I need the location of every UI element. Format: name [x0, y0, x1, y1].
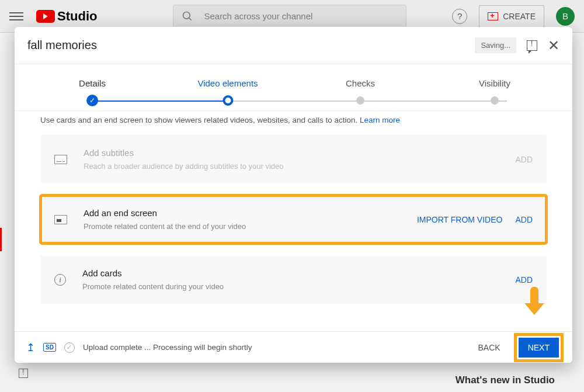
sd-badge: SD [43, 343, 56, 352]
dialog-content: Use cards and an end screen to show view… [15, 111, 572, 331]
avatar[interactable]: B [556, 7, 575, 26]
endscreen-title: Add an end screen [84, 208, 401, 218]
subtitle-icon [54, 155, 67, 164]
step-checks[interactable]: Checks [346, 78, 375, 105]
step-video-elements[interactable]: Video elements [197, 78, 258, 106]
tutorial-arrow-icon [524, 287, 544, 316]
svg-line-1 [189, 18, 192, 20]
addcards-card: i Add cards Promote related content duri… [40, 255, 547, 304]
saving-badge: Saving... [475, 37, 516, 53]
subtitles-card: Add subtitles Reach a broader audience b… [40, 135, 547, 183]
info-icon: i [54, 274, 66, 286]
youtube-studio-logo[interactable]: Studio [36, 9, 97, 24]
endscreen-card: Add an end screen Promote related conten… [40, 195, 547, 244]
dialog-header: fall memories Saving... ✕ [15, 27, 572, 64]
search-icon [182, 11, 193, 22]
addcards-add-button[interactable]: ADD [515, 275, 533, 285]
stepper: Details✓ Video elements Checks Visibilit… [15, 64, 572, 111]
create-button[interactable]: CREATE [479, 5, 544, 27]
intro-text: Use cards and an end screen to show view… [40, 116, 547, 124]
svg-point-0 [183, 12, 190, 19]
create-label: CREATE [503, 12, 536, 21]
back-button[interactable]: BACK [471, 338, 507, 357]
search-input[interactable]: Search across your channel [173, 5, 406, 28]
sidebar-active-indicator [0, 228, 2, 251]
addcards-sub: Promote related content during your vide… [82, 282, 499, 291]
step-details[interactable]: Details✓ [79, 78, 106, 106]
close-icon[interactable]: ✕ [548, 37, 559, 54]
logo-text: Studio [57, 9, 97, 24]
import-from-video-button[interactable]: IMPORT FROM VIDEO [417, 215, 503, 224]
hamburger-menu-icon[interactable] [9, 9, 23, 23]
whats-new-heading: What's new in Studio [456, 374, 555, 386]
search-placeholder: Search across your channel [204, 11, 312, 21]
endscreen-sub: Promote related content at the end of yo… [84, 222, 401, 231]
feedback-icon[interactable] [527, 40, 537, 51]
dialog-title: fall memories [27, 39, 97, 52]
next-button[interactable]: NEXT [519, 338, 559, 358]
help-icon[interactable]: ? [452, 9, 467, 24]
create-video-icon [488, 12, 498, 20]
step-visibility[interactable]: Visibility [479, 78, 510, 105]
check-circle-icon: ✓ [64, 342, 75, 353]
upload-status: Upload complete ... Processing will begi… [83, 343, 252, 352]
endscreen-add-button[interactable]: ADD [515, 215, 533, 224]
upload-dialog: fall memories Saving... ✕ Details✓ Video… [15, 27, 572, 363]
endscreen-icon [54, 215, 67, 224]
addcards-title: Add cards [82, 268, 499, 278]
youtube-play-icon [36, 10, 55, 23]
feedback-sidebar-icon[interactable] [19, 369, 28, 378]
subtitles-add-button: ADD [515, 155, 533, 164]
subtitles-sub: Reach a broader audience by adding subti… [84, 162, 499, 171]
learn-more-link[interactable]: Learn more [360, 116, 400, 124]
subtitles-title: Add subtitles [84, 148, 499, 158]
upload-icon: ↥ [26, 341, 35, 354]
next-button-highlight: NEXT [517, 336, 561, 359]
dialog-footer: ↥ SD ✓ Upload complete ... Processing wi… [15, 331, 572, 363]
